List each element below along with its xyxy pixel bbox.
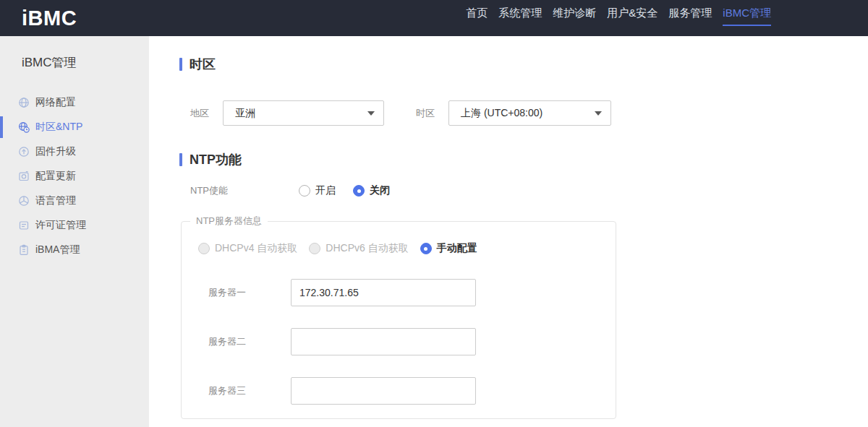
firmware-upload-icon [18, 146, 30, 158]
sidebar-menu: 网络配置 时区&NTP 固件升级 [0, 90, 149, 262]
ntp-section-title: NTP功能 [179, 151, 868, 168]
server-three-label: 服务器三 [208, 384, 291, 397]
timezone-select-value: 上海 (UTC+08:00) [461, 107, 595, 120]
sidebar-item-timezone-ntp[interactable]: 时区&NTP [0, 115, 149, 139]
sidebar-item-config-update[interactable]: 配置更新 [0, 164, 149, 189]
radio-circle-disabled-icon [309, 243, 320, 254]
top-bar: iBMC 首页 系统管理 维护诊断 用户&安全 服务管理 iBMC管理 [0, 0, 868, 36]
nav-item-system[interactable]: 系统管理 [498, 5, 542, 30]
radio-circle-disabled-icon [198, 243, 210, 254]
radio-manual-config[interactable]: 手动配置 [420, 242, 477, 255]
server-two-row: 服务器二 [208, 328, 616, 355]
language-globe-icon [18, 195, 30, 207]
server-three-row: 服务器三 [208, 377, 616, 405]
server-two-input[interactable] [291, 328, 476, 355]
nav-item-home[interactable]: 首页 [466, 5, 488, 30]
server-one-input[interactable] [291, 279, 476, 306]
ntp-server-mode-radio-group: DHCPv4 自动获取 DHCPv6 自动获取 手动配置 [198, 242, 616, 255]
timezone-form-row: 地区 亚洲 时区 上海 (UTC+08:00) [179, 100, 868, 126]
server-one-label: 服务器一 [208, 286, 291, 299]
region-label: 地区 [190, 107, 223, 120]
sidebar-item-label: 时区&NTP [35, 121, 82, 134]
ibmc-logo: iBMC [22, 7, 77, 30]
chevron-down-icon [367, 111, 375, 116]
sidebar-item-ibma-management[interactable]: iBMA管理 [0, 238, 149, 262]
config-update-icon [18, 171, 30, 182]
network-globe-icon [18, 97, 30, 108]
timezone-section-title: 时区 [179, 56, 868, 73]
ntp-server-info-group: NTP服务器信息 DHCPv4 自动获取 DHCPv6 自动获取 手动配置 服务… [181, 215, 616, 419]
sidebar-item-license-management[interactable]: 许可证管理 [0, 213, 149, 238]
nav-item-services[interactable]: 服务管理 [668, 5, 712, 30]
radio-ntp-on[interactable]: 开启 [299, 184, 336, 197]
sidebar: iBMC管理 网络配置 时区&NTP [0, 36, 149, 427]
sidebar-item-language-management[interactable]: 语言管理 [0, 189, 149, 213]
region-select-value: 亚洲 [235, 107, 367, 120]
section-accent-bar [179, 58, 182, 71]
sidebar-item-label: 许可证管理 [35, 219, 86, 232]
radio-dhcpv4-auto: DHCPv4 自动获取 [198, 242, 297, 255]
sidebar-item-label: 固件升级 [35, 145, 76, 158]
radio-circle-checked-icon [420, 243, 432, 254]
radio-ntp-off[interactable]: 关闭 [353, 184, 390, 197]
timezone-label: 时区 [416, 107, 448, 120]
ntp-enable-row: NTP使能 开启 关闭 [179, 184, 868, 197]
top-navigation: 首页 系统管理 维护诊断 用户&安全 服务管理 iBMC管理 [466, 0, 771, 36]
nav-item-user-security[interactable]: 用户&安全 [607, 5, 658, 30]
sidebar-item-label: 网络配置 [35, 96, 76, 109]
section-accent-bar [179, 153, 182, 166]
main-content: 时区 地区 亚洲 时区 上海 (UTC+08:00) NTP功能 NTP使能 开… [149, 36, 868, 427]
license-doc-icon [18, 220, 30, 231]
section-title-text: 时区 [190, 56, 216, 73]
radio-circle-icon [299, 185, 310, 197]
sidebar-item-network-config[interactable]: 网络配置 [0, 90, 149, 115]
sidebar-title: iBMC管理 [0, 36, 149, 71]
section-title-text: NTP功能 [190, 151, 242, 168]
sidebar-item-label: 语言管理 [35, 194, 76, 207]
ibma-clipboard-icon [18, 244, 30, 256]
radio-circle-checked-icon [353, 185, 365, 197]
region-select[interactable]: 亚洲 [223, 100, 384, 126]
ntp-enable-radio-group: 开启 关闭 [299, 184, 390, 197]
server-two-label: 服务器二 [208, 335, 291, 348]
server-three-input[interactable] [291, 377, 476, 405]
sidebar-item-label: 配置更新 [35, 170, 76, 183]
timezone-clock-icon [18, 121, 30, 133]
sidebar-item-firmware-upgrade[interactable]: 固件升级 [0, 139, 149, 164]
nav-item-maintenance[interactable]: 维护诊断 [553, 5, 596, 30]
chevron-down-icon [595, 111, 602, 116]
ntp-enable-label: NTP使能 [190, 184, 299, 197]
timezone-select[interactable]: 上海 (UTC+08:00) [448, 100, 611, 126]
radio-dhcpv6-auto: DHCPv6 自动获取 [309, 242, 408, 255]
server-one-row: 服务器一 [208, 279, 616, 306]
ntp-server-info-legend: NTP服务器信息 [190, 215, 268, 228]
sidebar-item-label: iBMA管理 [35, 243, 80, 256]
nav-item-ibmc-management[interactable]: iBMC管理 [723, 5, 771, 30]
